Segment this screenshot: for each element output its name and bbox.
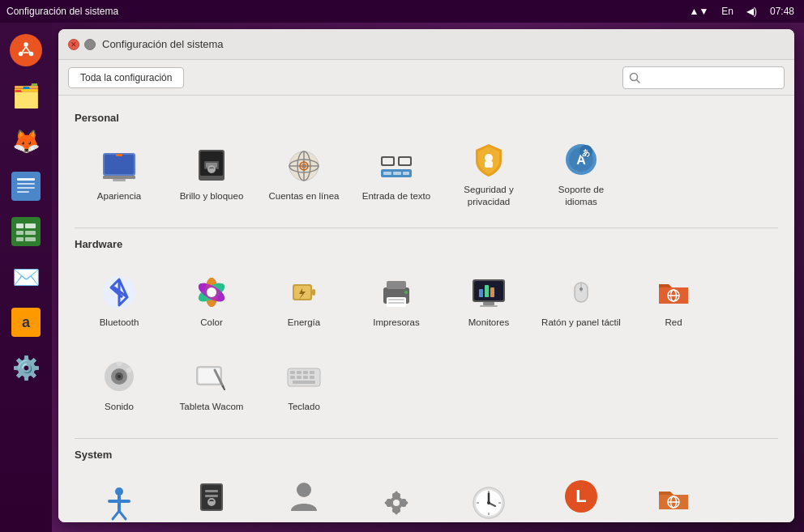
svg-rect-11 (16, 223, 24, 228)
apariencia-icon (100, 147, 139, 185)
sonido-icon (100, 357, 139, 396)
system-grid: Acceso universal C (75, 470, 778, 522)
software-icon (654, 477, 693, 516)
cuentas-en-linea-label: Cuentas en línea (269, 190, 340, 202)
apariencia-label: Apariencia (97, 190, 141, 202)
monitores-label: Monitores (468, 317, 510, 329)
item-red[interactable]: Red (629, 260, 718, 341)
item-color[interactable]: Color (167, 260, 256, 341)
minimize-button[interactable] (84, 39, 96, 50)
search-box (622, 66, 785, 89)
item-monitores[interactable]: Monitores (444, 260, 533, 341)
item-soporte-idiomas[interactable]: A あ Soporte de idiomas (537, 134, 626, 215)
firefox-icon: 🦊 (10, 125, 42, 157)
item-acceso-universal[interactable]: Acceso universal (75, 470, 164, 522)
item-tableta[interactable]: Tableta Wacom (167, 344, 256, 425)
sidebar: 🗂️ 🦊 (0, 23, 52, 532)
calc-icon (10, 215, 42, 248)
svg-rect-110 (205, 495, 218, 497)
svg-rect-109 (205, 490, 218, 492)
close-button[interactable]: ✕ (68, 39, 79, 50)
item-raton[interactable]: Ratón y panel táctil (537, 260, 626, 341)
cuentas-usuario-icon (284, 477, 323, 516)
sidebar-item-writer[interactable] (5, 165, 47, 207)
soporte-idiomas-icon: A あ (562, 140, 601, 179)
amazon-icon: a (11, 308, 41, 337)
item-detalles[interactable]: Detalles (352, 470, 441, 522)
teclado-icon (284, 357, 323, 396)
window-title: Configuración del sistema (102, 38, 224, 50)
item-landscape[interactable]: L Servicio Landscape (537, 470, 626, 522)
svg-rect-100 (310, 376, 314, 379)
landscape-label: Servicio Landscape (541, 521, 621, 522)
svg-rect-72 (480, 305, 498, 307)
svg-rect-22 (113, 179, 126, 181)
svg-rect-64 (387, 281, 406, 289)
svg-rect-40 (400, 158, 410, 164)
panel-right: ▲▼ En ◀) 07:48 (686, 6, 798, 17)
red-label: Red (665, 317, 682, 329)
svg-rect-13 (16, 231, 24, 235)
monitores-icon (469, 273, 508, 312)
item-cuentas-en-linea[interactable]: Cuentas en línea (259, 134, 349, 215)
item-impresoras[interactable]: Impresoras (352, 260, 441, 341)
svg-rect-46 (485, 161, 493, 168)
all-config-button[interactable]: Toda la configuración (68, 67, 184, 88)
brillo-label: Brillo y bloqueo (180, 190, 244, 202)
svg-rect-66 (388, 299, 404, 300)
item-energia[interactable]: Energía (259, 260, 349, 341)
sidebar-item-settings[interactable]: ⚙️ (5, 347, 47, 389)
item-bluetooth[interactable]: Bluetooth (75, 260, 164, 341)
item-apariencia[interactable]: Apariencia (75, 134, 164, 215)
sidebar-item-ubuntu[interactable] (5, 29, 47, 71)
svg-rect-75 (490, 287, 494, 297)
copias-seguridad-icon (192, 477, 231, 516)
impresoras-icon (377, 273, 416, 312)
item-seguridad[interactable]: Seguridad y privacidad (444, 134, 533, 215)
item-entrada-texto[interactable]: Entrada de texto (352, 134, 441, 215)
raton-icon (562, 273, 601, 312)
panel-volume[interactable]: ◀) (743, 6, 760, 17)
sidebar-item-calc[interactable] (5, 211, 47, 253)
svg-rect-71 (483, 302, 494, 305)
item-sonido[interactable]: Sonido (75, 344, 164, 425)
svg-rect-21 (103, 176, 135, 179)
toolbar: Toda la configuración (58, 60, 794, 96)
item-cuentas-usuario[interactable]: Cuentas de usuario (259, 470, 349, 522)
sidebar-item-firefox[interactable]: 🦊 (5, 120, 47, 162)
sidebar-item-mail[interactable]: ✉️ (5, 256, 47, 298)
item-brillo[interactable]: Brillo y bloqueo (167, 134, 256, 215)
svg-point-45 (485, 154, 493, 162)
item-fecha-hora[interactable]: Fecha y hora (444, 470, 533, 522)
svg-point-128 (487, 501, 490, 504)
files-icon: 🗂️ (10, 79, 42, 112)
panel-indicator-arrows[interactable]: ▲▼ (686, 6, 712, 17)
svg-point-86 (117, 361, 122, 366)
svg-rect-96 (310, 371, 314, 374)
teclado-label: Teclado (288, 401, 320, 413)
sidebar-item-files[interactable]: 🗂️ (5, 74, 47, 117)
svg-line-18 (637, 79, 640, 83)
red-icon (654, 273, 693, 312)
svg-rect-43 (393, 172, 401, 175)
search-input[interactable] (622, 66, 785, 89)
svg-point-87 (126, 368, 131, 372)
sonido-label: Sonido (105, 401, 134, 413)
svg-rect-12 (25, 223, 36, 228)
svg-point-115 (393, 500, 400, 506)
svg-point-78 (579, 287, 583, 291)
mail-icon: ✉️ (10, 261, 42, 293)
sidebar-item-amazon[interactable]: a (5, 301, 47, 343)
svg-rect-16 (25, 237, 36, 241)
item-teclado[interactable]: Teclado (259, 344, 349, 425)
section-title-personal: Personal (75, 112, 778, 124)
detalles-icon (377, 483, 416, 522)
soporte-idiomas-label: Soporte de idiomas (541, 184, 621, 208)
bluetooth-icon (100, 273, 139, 312)
svg-rect-67 (388, 302, 404, 304)
svg-rect-15 (16, 237, 24, 241)
top-panel: Configuración del sistema ▲▼ En ◀) 07:48 (0, 0, 804, 23)
item-software[interactable]: Software y actualizaciones (629, 470, 718, 522)
item-copias-seguridad[interactable]: Copias de seguridad (167, 470, 256, 522)
panel-keyboard-layout[interactable]: En (718, 6, 737, 17)
